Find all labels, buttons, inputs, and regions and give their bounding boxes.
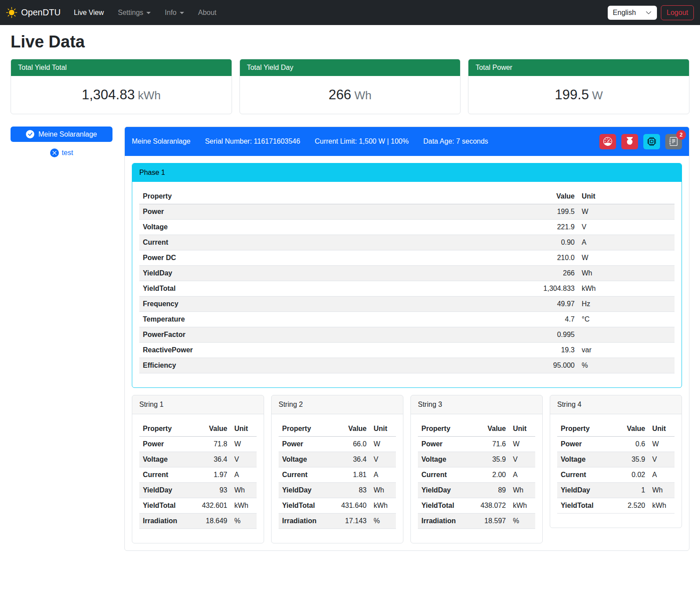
unit-cell: V [509, 452, 535, 467]
nav-live-view[interactable]: Live View [67, 5, 111, 20]
card-value-row: 199.5W [468, 76, 689, 114]
card-unit: Wh [354, 89, 371, 102]
property-cell: Temperature [139, 312, 530, 327]
table-row: Power66.0W [279, 437, 396, 452]
card-unit: kWh [138, 89, 161, 102]
card-value: 266 [329, 87, 352, 102]
phase-panel-title: Phase 1 [132, 163, 682, 182]
value-cell: 17.143 [331, 514, 370, 529]
table-row: PowerFactor0.995 [139, 327, 675, 343]
nav-settings[interactable]: Settings [111, 5, 158, 20]
inverter-item-test[interactable]: test [11, 148, 112, 157]
col-unit: Unit [509, 421, 535, 437]
string-3-table: Property Value Unit Power71.6W Voltage35… [418, 421, 535, 529]
property-cell: Power [139, 204, 530, 220]
page-title: Live Data [11, 33, 689, 51]
table-row: YieldTotal431.640kWh [279, 498, 396, 514]
card-value: 199.5 [555, 87, 589, 102]
unit-cell: W [370, 437, 396, 452]
table-row: Power0.6W [557, 437, 675, 452]
device-info-button[interactable] [643, 134, 660, 149]
table-row: YieldDay89Wh [418, 483, 535, 498]
col-property: Property [139, 421, 192, 437]
property-cell: Power [557, 437, 610, 452]
property-cell: Power [418, 437, 471, 452]
main-nav: Live View Settings Info About [67, 5, 224, 20]
table-row: Voltage35.9V [418, 452, 535, 467]
property-cell: YieldTotal [557, 498, 610, 514]
unit-cell [578, 327, 675, 343]
nav-info[interactable]: Info [158, 5, 191, 20]
table-row: ReactivePower19.3var [139, 343, 675, 358]
value-cell: 83 [331, 483, 370, 498]
property-cell: YieldTotal [418, 498, 471, 514]
value-cell: 19.3 [530, 343, 578, 358]
string-2-panel: String 2 Property Value Unit [271, 395, 403, 543]
value-cell: 0.02 [610, 467, 649, 483]
property-cell: Voltage [418, 452, 471, 467]
value-cell: 49.97 [530, 297, 578, 312]
table-row: Irradiation18.649% [139, 514, 257, 529]
value-cell: 1 [610, 483, 649, 498]
top-navbar: OpenDTU Live View Settings Info About En… [0, 0, 700, 25]
inverter-item-test-label: test [62, 149, 73, 157]
table-header-row: Property Value Unit [557, 421, 675, 437]
table-row: YieldTotal2.520kWh [557, 498, 675, 514]
inverter-sidebar: Meine Solaranlage test [11, 127, 112, 157]
string-3-panel: String 3 Property Value Unit [410, 395, 543, 543]
value-cell: 0.90 [530, 235, 578, 250]
card-title: Total Power [468, 59, 689, 76]
table-row: Voltage35.9V [557, 452, 675, 467]
unit-cell: kWh [578, 281, 675, 297]
property-cell: YieldDay [418, 483, 471, 498]
value-cell: 266 [530, 266, 578, 281]
unit-cell: V [370, 452, 396, 467]
inverter-limit: Current Limit: 1,500 W | 100% [315, 137, 409, 145]
language-select[interactable]: English [608, 6, 657, 20]
unit-cell: V [231, 452, 257, 467]
table-row: Power199.5W [139, 204, 675, 220]
property-cell: Voltage [557, 452, 610, 467]
unit-cell: % [370, 514, 396, 529]
event-log-button[interactable]: 2 [665, 134, 682, 149]
property-cell: YieldDay [557, 483, 610, 498]
property-cell: YieldDay [279, 483, 331, 498]
unit-cell: Wh [370, 483, 396, 498]
total-yield-day-card: Total Yield Day 266Wh [239, 59, 461, 114]
table-row: Current0.02A [557, 467, 675, 483]
logout-button[interactable]: Logout [661, 5, 694, 20]
sun-icon [6, 7, 17, 18]
value-cell: 66.0 [331, 437, 370, 452]
unit-cell: W [509, 437, 535, 452]
string-1-table: Property Value Unit Power71.8W Voltage36… [139, 421, 257, 529]
property-cell: Current [557, 467, 610, 483]
table-row: YieldTotal1,304.833kWh [139, 281, 675, 297]
inverter-select-button[interactable]: Meine Solaranlage [11, 127, 112, 142]
brand[interactable]: OpenDTU [6, 7, 61, 18]
col-value: Value [471, 421, 509, 437]
table-header-row: Property Value Unit [418, 421, 535, 437]
property-cell: YieldTotal [139, 498, 192, 514]
limit-settings-button[interactable] [599, 134, 616, 149]
value-cell: 2.00 [471, 467, 509, 483]
unit-cell: var [578, 343, 675, 358]
unit-cell: A [649, 467, 675, 483]
nav-about[interactable]: About [191, 5, 224, 20]
power-toggle-button[interactable] [621, 134, 638, 149]
col-property: Property [418, 421, 471, 437]
value-cell: 0.6 [610, 437, 649, 452]
table-header-row: Property Value Unit [139, 189, 675, 204]
unit-cell: kWh [231, 498, 257, 514]
col-unit: Unit [370, 421, 396, 437]
property-cell: Power [279, 437, 331, 452]
property-cell: Irradiation [279, 514, 331, 529]
x-circle-icon [50, 148, 59, 157]
table-row: Voltage36.4V [139, 452, 257, 467]
col-value: Value [192, 421, 231, 437]
property-cell: Power [139, 437, 192, 452]
unit-cell: kWh [370, 498, 396, 514]
speedometer-icon [603, 137, 612, 146]
value-cell: 210.0 [530, 250, 578, 266]
table-row: YieldTotal438.072kWh [418, 498, 535, 514]
unit-cell: W [649, 437, 675, 452]
